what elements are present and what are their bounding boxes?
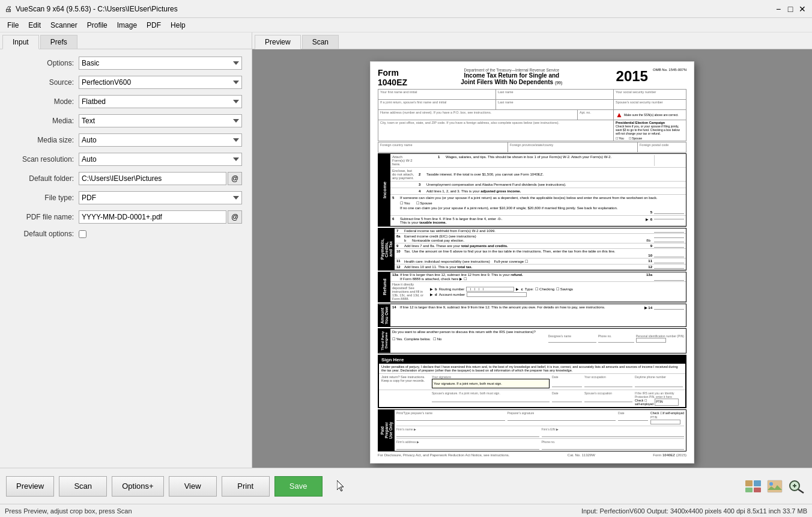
left-panel: Input Prefs Options: Basic Advanced Sour…	[0, 32, 252, 468]
menu-edit[interactable]: Edit	[23, 20, 46, 31]
pdf-filename-input[interactable]	[79, 210, 226, 224]
payments-section: Payments,Credits,and Tax 7 Federal incom…	[378, 228, 686, 271]
bottom-right-icons	[744, 477, 806, 496]
default-folder-input[interactable]	[79, 172, 226, 185]
your-signature-box[interactable]: Your signature. If a joint return, both …	[432, 379, 550, 388]
minimize-button[interactable]: −	[774, 4, 783, 14]
mode-select[interactable]: Flatbed Transparency	[79, 95, 242, 108]
line13a-row: 13a If line 9 is larger than line 12, su…	[390, 272, 686, 282]
tab-preview[interactable]: Preview	[255, 35, 301, 49]
third-party-content: Do you want to allow another person to d…	[390, 329, 686, 353]
svg-rect-2	[745, 488, 753, 492]
pdf-filename-row: PDF file name: @	[10, 210, 242, 224]
line7-value	[654, 229, 684, 233]
thumbnail-icon	[745, 479, 762, 494]
menu-image[interactable]: Image	[112, 20, 142, 31]
bottom-bar: Preview Scan Options+ View Print Save	[0, 468, 812, 504]
scan-resolution-row: Scan resolution: Auto 300 600 1200	[10, 153, 242, 166]
third-party-label: Third PartyDesignee	[378, 329, 390, 353]
line9-value	[654, 244, 684, 248]
scan-button[interactable]: Scan	[59, 476, 107, 497]
income-label: Income	[378, 154, 390, 226]
sign-here-section: Sign Here Under penalties of perjury, I …	[378, 355, 686, 408]
menu-help[interactable]: Help	[166, 20, 190, 31]
line7-row: 7 Federal income tax withheld from Form(…	[395, 228, 686, 234]
preview-button[interactable]: Preview	[6, 476, 54, 497]
apt-field: Apt. no.	[578, 110, 614, 120]
media-size-select[interactable]: Auto Letter A4	[79, 133, 242, 147]
paid-preparer-label: PaidPreparerUse Only	[378, 410, 395, 451]
line11-row: 11 Health care: individual responsibilit…	[395, 258, 686, 265]
right-panel: Preview Scan Form1040EZ Department of th…	[252, 32, 812, 468]
line6-value	[654, 219, 684, 219]
tab-prefs[interactable]: Prefs	[40, 35, 77, 49]
menu-profile[interactable]: Profile	[82, 20, 112, 31]
sign-here-declaration: Under penalties of perjury, I declare th…	[379, 364, 685, 374]
line8b-value	[654, 239, 684, 242]
foreign-postal-field: Foreign postal code	[638, 142, 686, 152]
svg-point-10	[789, 480, 800, 491]
form-footer: For Disclosure, Privacy Act, and Paperwo…	[378, 453, 686, 457]
svg-line-9	[798, 489, 804, 493]
line9-row: 9 Add lines 7 and 8a. These are your tot…	[395, 243, 686, 249]
close-button[interactable]: ✕	[798, 4, 807, 14]
menu-pdf[interactable]: PDF	[142, 20, 166, 31]
media-row: Media: Text Image Mixed	[10, 114, 242, 127]
source-select[interactable]: PerfectionV600	[79, 76, 242, 89]
svg-rect-3	[754, 488, 761, 492]
titlebar-title: VueScan 9 x64 (9.5.63) - C:\Users\IEUser…	[16, 5, 178, 13]
media-size-label: Media size:	[10, 136, 79, 144]
amount-owe-section: AmountYou Owe 14 If line 12 is larger th…	[378, 304, 686, 327]
amount-owe-label: AmountYou Owe	[378, 304, 390, 326]
scan-resolution-label: Scan resolution:	[10, 155, 79, 164]
form-number: Form1040EZ	[378, 68, 407, 87]
menu-file[interactable]: File	[2, 20, 23, 31]
menu-scanner[interactable]: Scanner	[46, 20, 82, 31]
options-plus-button[interactable]: Options+	[112, 476, 163, 497]
save-button[interactable]: Save	[274, 476, 323, 497]
print-button[interactable]: Print	[222, 476, 270, 497]
mode-label: Mode:	[10, 97, 79, 106]
image-icon	[766, 479, 783, 494]
income-section: Income AttachForm(s) W-2here. 1 Wages, s…	[378, 153, 686, 227]
tab-scan[interactable]: Scan	[302, 35, 339, 49]
titlebar-left: 🖨 VueScan 9 x64 (9.5.63) - C:\Users\IEUs…	[5, 5, 178, 13]
presidential-campaign: Presidential Election Campaign Check her…	[614, 120, 686, 141]
payments-label: Payments,Credits,and Tax	[378, 228, 395, 270]
pdf-filename-label: PDF file name:	[10, 213, 79, 221]
mode-row: Mode: Flatbed Transparency	[10, 95, 242, 108]
sign-here-row1: Joint return? See instructions. Keep a c…	[379, 374, 685, 390]
omb-number: OMB No. 1545-007N	[653, 68, 686, 72]
media-select[interactable]: Text Image Mixed	[79, 114, 242, 127]
line12-row: 12 Add lines 10 and 11. This is your tot…	[395, 265, 686, 270]
thumbnail-icon-button[interactable]	[744, 477, 763, 496]
options-row: Options: Basic Advanced	[10, 57, 242, 70]
zoom-in-button[interactable]	[787, 477, 806, 496]
view-button[interactable]: View	[169, 476, 217, 497]
have-directly: Have it directly deposited! See instruct…	[390, 282, 686, 302]
spouse-last-name-field: Last name	[496, 100, 614, 109]
income-content: AttachForm(s) W-2here. 1 Wages, salaries…	[390, 154, 686, 226]
menubar: File Edit Scanner Profile Image PDF Help	[0, 18, 812, 32]
line11-value	[654, 259, 684, 263]
file-type-select[interactable]: PDF JPEG TIFF PNG	[79, 191, 242, 204]
app-icon: 🖨	[5, 5, 12, 13]
default-options-checkbox[interactable]	[79, 230, 86, 238]
file-type-row: File type: PDF JPEG TIFF PNG	[10, 191, 242, 204]
scan-resolution-select[interactable]: Auto 300 600 1200	[79, 153, 242, 166]
default-folder-at-button[interactable]: @	[228, 172, 242, 185]
image-icon-button[interactable]	[765, 477, 784, 496]
pdf-filename-at-button[interactable]: @	[228, 210, 242, 224]
options-select[interactable]: Basic Advanced	[79, 57, 242, 70]
form-year: 2015	[616, 68, 648, 85]
tab-input[interactable]: Input	[2, 35, 39, 49]
ssn-field: Your social security number	[614, 90, 686, 99]
svg-rect-1	[754, 480, 761, 486]
maximize-button[interactable]: □	[786, 4, 795, 14]
line8a-row: 8a Earned income credit (EIC) (see instr…	[395, 234, 686, 243]
svg-point-5	[769, 482, 773, 486]
file-type-label: File type:	[10, 194, 79, 202]
statusbar: Press Preview, adjust crop box, press Sc…	[0, 504, 812, 517]
titlebar-controls: − □ ✕	[774, 4, 807, 14]
media-size-row: Media size: Auto Letter A4	[10, 133, 242, 147]
